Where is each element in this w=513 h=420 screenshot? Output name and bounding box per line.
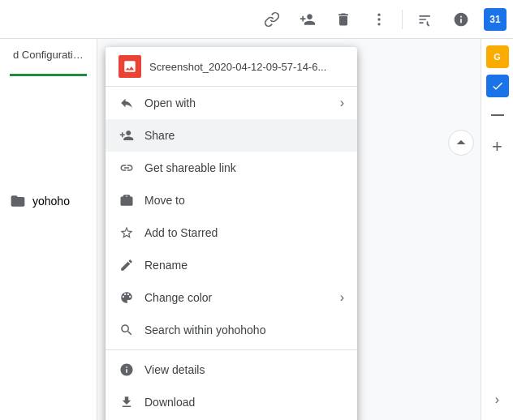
menu-divider-1 xyxy=(106,349,357,350)
share-people-button[interactable] xyxy=(291,3,324,36)
download-label: Download xyxy=(144,396,344,409)
get-link-label: Get shareable link xyxy=(144,161,344,174)
menu-item-download[interactable]: Download xyxy=(106,386,357,418)
open-with-label: Open with xyxy=(144,96,330,109)
green-progress-bar xyxy=(10,74,87,76)
minus-widget[interactable] xyxy=(486,104,509,126)
toolbar: 31 xyxy=(0,0,513,39)
folder-label: yohoho xyxy=(32,195,70,208)
check-icon xyxy=(491,79,504,92)
menu-item-move-to[interactable]: Move to xyxy=(106,184,357,216)
add-widget[interactable]: + xyxy=(492,136,502,157)
layout-button[interactable] xyxy=(409,3,442,36)
scroll-up-button[interactable] xyxy=(448,130,474,156)
more-options-button[interactable] xyxy=(363,3,395,36)
menu-item-search-within[interactable]: Search within yohohoho xyxy=(106,314,357,346)
meet-widget[interactable] xyxy=(486,75,509,97)
svg-point-1 xyxy=(377,18,380,20)
file-name: Screenshot_2020-04-12-09-57-14-6... xyxy=(149,61,326,73)
right-panel: G + › xyxy=(481,39,513,420)
add-starred-label: Add to Starred xyxy=(144,226,344,239)
file-thumbnail xyxy=(119,55,141,78)
open-with-icon xyxy=(119,95,135,111)
tasks-widget[interactable]: G xyxy=(486,45,509,68)
palette-icon xyxy=(119,289,135,306)
view-details-icon xyxy=(119,362,135,378)
menu-item-get-link[interactable]: Get shareable link xyxy=(106,152,357,184)
change-color-arrow: › xyxy=(340,290,344,305)
minus-icon xyxy=(491,114,504,116)
toolbar-divider xyxy=(402,10,403,29)
folder-icon xyxy=(10,193,26,209)
svg-point-2 xyxy=(377,23,380,25)
menu-item-view-details[interactable]: View details xyxy=(106,354,357,386)
arrow-up-icon xyxy=(455,136,468,149)
move-to-icon xyxy=(119,192,135,208)
link-button[interactable] xyxy=(256,3,288,36)
svg-point-0 xyxy=(377,13,380,15)
search-within-label: Search within yohohoho xyxy=(144,324,344,336)
move-to-label: Move to xyxy=(144,194,344,207)
rename-icon xyxy=(119,257,135,273)
image-icon xyxy=(123,59,137,74)
change-color-label: Change color xyxy=(144,291,330,304)
menu-item-share[interactable]: Share xyxy=(106,119,357,152)
search-within-icon xyxy=(119,322,135,338)
info-button[interactable] xyxy=(445,3,477,36)
svg-rect-3 xyxy=(491,114,504,116)
view-details-label: View details xyxy=(144,363,344,376)
download-icon xyxy=(119,394,135,410)
menu-item-change-color[interactable]: Change color › xyxy=(106,281,357,314)
menu-item-rename[interactable]: Rename xyxy=(106,249,357,281)
star-icon xyxy=(119,225,135,241)
menu-item-add-starred[interactable]: Add to Starred xyxy=(106,216,357,249)
delete-button[interactable] xyxy=(327,3,360,36)
chevron-right-widget[interactable]: › xyxy=(495,392,499,407)
get-link-icon xyxy=(119,160,135,176)
left-panel-title[interactable]: d Configuration-... xyxy=(0,39,97,71)
share-label: Share xyxy=(144,129,344,142)
left-panel: d Configuration-... yohoho xyxy=(0,39,97,420)
menu-item-open-with[interactable]: Open with › xyxy=(106,87,357,119)
open-with-arrow: › xyxy=(340,96,344,110)
toolbar-icons xyxy=(256,3,477,36)
context-menu: Screenshot_2020-04-12-09-57-14-6... Open… xyxy=(106,47,357,420)
rename-label: Rename xyxy=(144,259,344,272)
calendar-badge[interactable]: 31 xyxy=(484,8,507,31)
share-icon xyxy=(119,127,135,144)
context-file-header: Screenshot_2020-04-12-09-57-14-6... xyxy=(106,47,357,87)
left-panel-folder[interactable]: yohoho xyxy=(0,185,97,217)
